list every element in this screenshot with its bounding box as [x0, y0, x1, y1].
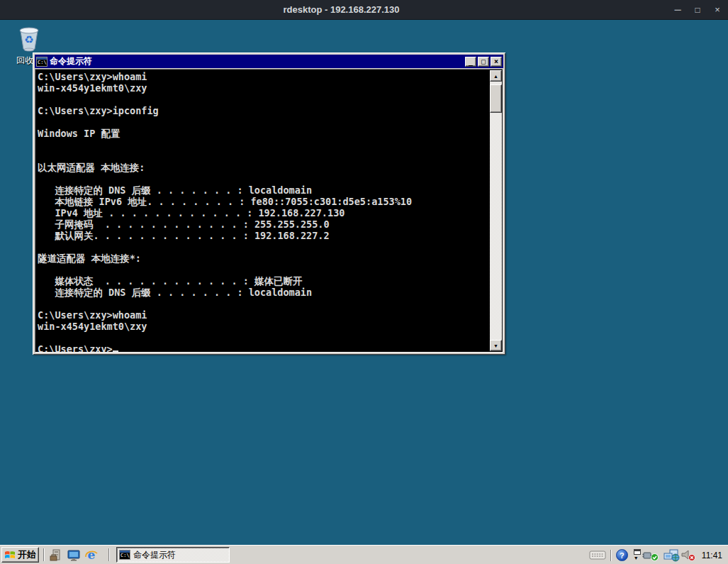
taskbar: 开始 e 命令提示符 — [0, 545, 728, 564]
cmd-minimize-icon[interactable]: _ — [465, 57, 476, 67]
scroll-down-icon[interactable]: ▼ — [490, 340, 502, 351]
cmd-prompt-icon — [119, 550, 130, 560]
scrollbar-thumb[interactable] — [490, 84, 502, 113]
taskbar-divider — [108, 548, 110, 561]
scroll-up-icon[interactable]: ▲ — [490, 70, 502, 82]
scrollbar-track[interactable] — [490, 82, 502, 340]
server-manager-icon — [49, 548, 63, 563]
tray-clock[interactable]: 11:41 — [696, 551, 727, 560]
help-icon[interactable]: ? — [616, 549, 628, 561]
start-button-label: 开始 — [18, 548, 36, 561]
cmd-prompt-icon — [36, 57, 47, 67]
quick-launch-show-desktop[interactable] — [66, 548, 82, 563]
vertical-scrollbar[interactable]: ▲ ▼ — [490, 70, 502, 351]
minimize-icon[interactable]: ─ — [671, 3, 684, 17]
maximize-icon[interactable]: □ — [691, 3, 704, 17]
show-desktop-icon — [67, 549, 81, 562]
windows-logo-icon — [4, 549, 16, 560]
cmd-maximize-icon[interactable]: □ — [478, 57, 489, 67]
terminal-output[interactable]: C:\Users\zxy>whoami win-x454y1ekmt0\zxy … — [35, 70, 490, 352]
tray-divider — [610, 550, 612, 561]
recycle-glyph: ♻ — [24, 33, 33, 45]
start-button[interactable]: 开始 — [1, 547, 39, 563]
safely-remove-hardware-icon[interactable] — [642, 548, 659, 562]
taskbar-task-label: 命令提示符 — [133, 549, 176, 561]
quick-launch-internet-explorer[interactable]: e — [84, 548, 99, 563]
close-icon[interactable]: × — [711, 3, 724, 17]
recycle-bin-icon: ♻ — [14, 23, 44, 54]
speaker-muted-icon[interactable] — [681, 549, 696, 561]
taskbar-task-cmd[interactable]: 命令提示符 — [116, 547, 230, 563]
cmd-console-area[interactable]: C:\Users\zxy>whoami win-x454y1ekmt0\zxy … — [35, 69, 503, 353]
keyboard-input-icon[interactable] — [589, 550, 606, 560]
network-status-icon[interactable] — [663, 549, 681, 562]
window-glyph-icon — [634, 549, 641, 555]
rdesktop-window-controls: ─ □ × — [671, 0, 724, 20]
cmd-close-icon[interactable]: × — [491, 57, 502, 67]
ie-ring-icon — [84, 548, 99, 563]
show-hidden-icons-button[interactable]: ▼ — [632, 549, 642, 562]
system-tray: ? ▼ 11:41 — [589, 547, 727, 563]
remote-desktop-surface: ♻ 回收站 命令提示符 _ □ × C:\Users\zxy>whoami wi… — [0, 20, 728, 545]
terminal-cursor — [113, 350, 118, 352]
rdesktop-title: rdesktop - 192.168.227.130 — [0, 0, 683, 20]
cmd-window: 命令提示符 _ □ × C:\Users\zxy>whoami win-x454… — [33, 52, 505, 355]
terminal-text: C:\Users\zxy>whoami win-x454y1ekmt0\zxy … — [38, 71, 490, 352]
cmd-titlebar[interactable]: 命令提示符 _ □ × — [35, 55, 503, 68]
rdesktop-titlebar: rdesktop - 192.168.227.130 ─ □ × — [0, 0, 728, 20]
chevron-down-icon: ▼ — [634, 555, 639, 562]
quick-launch-server-manager[interactable] — [48, 548, 64, 563]
cmd-window-title: 命令提示符 — [50, 55, 464, 67]
taskbar-divider — [43, 548, 45, 561]
